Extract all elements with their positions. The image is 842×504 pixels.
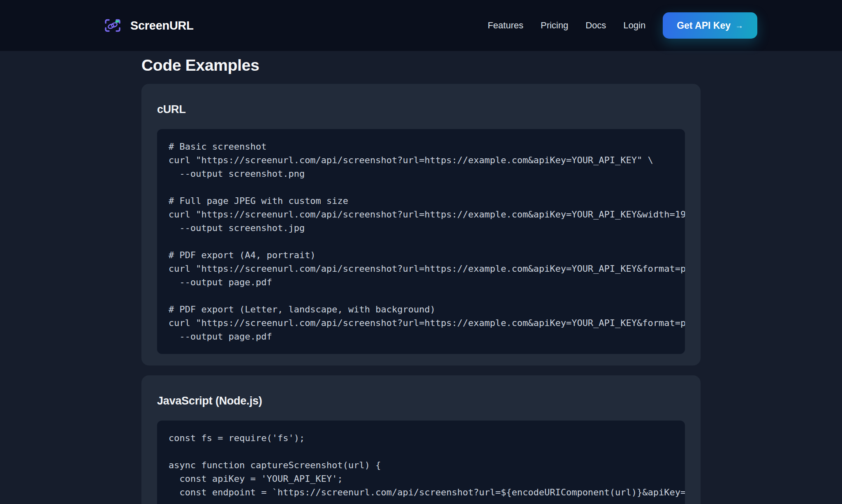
code-card-javascript: JavaScript (Node.js) const fs = require(… [141, 375, 701, 504]
nav-link-features[interactable]: Features [488, 20, 523, 31]
page-title: Code Examples [141, 56, 701, 75]
nav-link-login[interactable]: Login [623, 20, 645, 31]
nav-menu: Features Pricing Docs Login Get API Key … [488, 12, 757, 39]
code-block-curl: # Basic screenshot curl "https://screenu… [157, 129, 685, 354]
get-api-key-button[interactable]: Get API Key → [663, 12, 757, 39]
code-card-curl-title: cURL [157, 102, 685, 117]
nav-link-pricing[interactable]: Pricing [541, 20, 568, 31]
brand[interactable]: ScreenURL [104, 18, 194, 33]
code-block-javascript: const fs = require('fs'); async function… [157, 421, 685, 504]
brand-name: ScreenURL [130, 19, 194, 32]
get-api-key-label: Get API Key [677, 20, 731, 31]
screenurl-logo-icon [104, 18, 121, 33]
nav-link-docs[interactable]: Docs [585, 20, 606, 31]
arrow-right-icon: → [735, 21, 743, 30]
main-content: Code Examples cURL # Basic screenshot cu… [141, 56, 701, 504]
code-card-javascript-title: JavaScript (Node.js) [157, 393, 685, 408]
code-card-curl: cURL # Basic screenshot curl "https://sc… [141, 84, 701, 365]
navbar: ScreenURL Features Pricing Docs Login Ge… [0, 0, 842, 51]
